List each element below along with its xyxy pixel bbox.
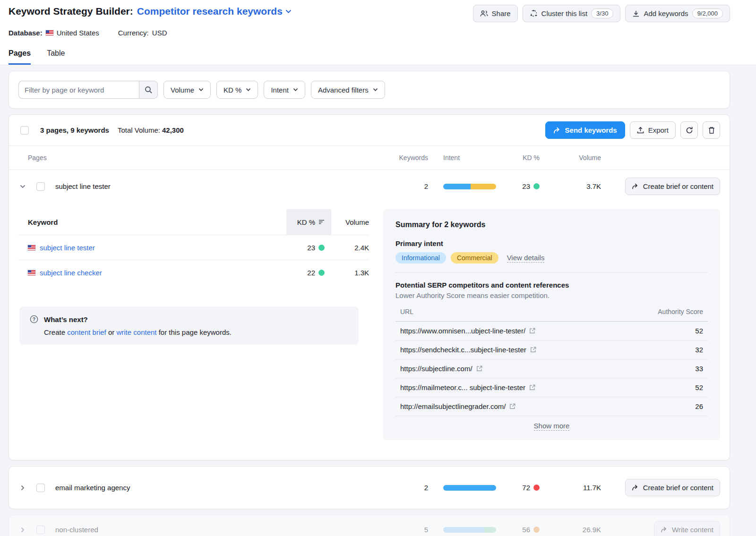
- intent-bar: [443, 485, 496, 491]
- col-keywords: Keywords: [395, 154, 428, 162]
- serp-competitors-title: Potential SERP competitors and content r…: [395, 281, 708, 289]
- send-keywords-button[interactable]: Send keywords: [545, 121, 625, 139]
- competitor-url: https://mailmeteor.c... subject-line-tes…: [400, 383, 525, 391]
- kd-value: 23: [307, 244, 315, 252]
- content-brief-link[interactable]: content brief: [67, 328, 106, 336]
- selection-summary: 3 pages, 9 keywords: [40, 126, 109, 134]
- external-link-icon[interactable]: [509, 403, 515, 409]
- intent-filter-dropdown[interactable]: Intent: [264, 81, 305, 99]
- keyword-link[interactable]: subject line tester: [40, 244, 95, 252]
- chevron-down-icon: [293, 88, 298, 92]
- serp-url-row: https://sendcheckit.c...subject-line-tes…: [395, 340, 708, 359]
- chevron-down-icon: [373, 88, 378, 92]
- serp-url-row: http://emailsubjectlinegrader.com/ 26: [395, 397, 708, 416]
- cluster-list-button[interactable]: Cluster this list 3/30: [523, 5, 621, 22]
- kd-status-dot: [318, 245, 325, 251]
- select-all-checkbox[interactable]: [20, 126, 29, 135]
- competitor-url: https://www.omnisen...ubject-line-tester…: [400, 327, 525, 335]
- kw-col-kd-sorted[interactable]: KD %: [286, 209, 331, 235]
- serp-competitors-subtitle: Lower Authority Score means easier compe…: [395, 291, 708, 299]
- collapse-chevron-icon[interactable]: [18, 182, 27, 191]
- keyword-row: subject line tester 23 2.4K: [18, 235, 369, 260]
- volume-filter-dropdown[interactable]: Volume: [163, 81, 211, 99]
- sort-descending-icon: [318, 220, 325, 224]
- competitor-url: https://subjectline.com/: [400, 365, 472, 373]
- kw-col-keyword: Keyword: [18, 209, 286, 235]
- external-link-icon[interactable]: [476, 366, 482, 372]
- create-brief-button[interactable]: Create brief or content: [625, 178, 720, 195]
- add-keywords-button[interactable]: Add keywords 9/2,000: [625, 5, 730, 22]
- chevron-down-icon: [285, 9, 292, 14]
- pages-table-card: 3 pages, 9 keywords Total Volume:42,300 …: [9, 114, 730, 460]
- refresh-icon: [686, 127, 693, 134]
- serp-url-row: https://mailmeteor.c... subject-line-tes…: [395, 378, 708, 397]
- advanced-filters-label: Advanced filters: [318, 86, 369, 94]
- advanced-filters-dropdown[interactable]: Advanced filters: [311, 81, 385, 99]
- show-more-link[interactable]: Show more: [534, 422, 570, 431]
- kd-value: 56: [522, 526, 530, 534]
- page-row-email-marketing-agency: email marketing agency 2 72 11.7K Create…: [18, 471, 720, 504]
- write-content-link[interactable]: write content: [116, 328, 156, 336]
- page-row-subject-line-tester: subject line tester 2 23 3.7K Create bri…: [9, 170, 730, 203]
- kd-filter-dropdown[interactable]: KD %: [216, 81, 258, 99]
- whats-next-title: What’s next?: [44, 315, 88, 323]
- wn-part2: or: [106, 328, 117, 336]
- question-circle-icon: ?: [30, 315, 38, 323]
- us-flag-icon: [46, 30, 53, 35]
- keyword-link[interactable]: subject line checker: [40, 269, 102, 277]
- volume-value: 3.7K: [559, 182, 601, 190]
- search-button[interactable]: [139, 81, 158, 99]
- volume-value: 2.4K: [331, 244, 369, 252]
- commercial-badge: Commercial: [451, 252, 498, 264]
- row-checkbox[interactable]: [36, 182, 45, 191]
- currency-value: USD: [152, 29, 167, 37]
- cluster-label: Cluster this list: [541, 9, 588, 17]
- kd-value: 72: [522, 484, 530, 492]
- search-input[interactable]: [18, 81, 139, 99]
- kd-status-dot: [533, 183, 540, 189]
- delete-button[interactable]: [703, 121, 720, 139]
- create-brief-button[interactable]: Create brief or content: [625, 479, 720, 496]
- tab-pages[interactable]: Pages: [9, 49, 31, 65]
- view-details-link[interactable]: View details: [507, 254, 545, 263]
- svg-text:?: ?: [33, 316, 35, 322]
- external-link-icon[interactable]: [529, 328, 535, 334]
- create-brief-label: Create brief or content: [643, 182, 713, 190]
- kd-status-dot: [318, 270, 325, 276]
- intent-bar: [443, 527, 496, 533]
- row-checkbox[interactable]: [36, 484, 45, 492]
- send-keywords-label: Send keywords: [565, 126, 617, 134]
- external-link-icon[interactable]: [529, 384, 535, 391]
- external-link-icon[interactable]: [530, 347, 536, 353]
- trash-icon: [708, 127, 715, 134]
- total-volume: Total Volume:42,300: [118, 126, 184, 134]
- page-header: Keyword Strategy Builder: Competitor res…: [0, 0, 756, 65]
- expand-chevron-icon[interactable]: [18, 484, 27, 492]
- us-flag-icon: [28, 245, 35, 250]
- volume-value: 1.3K: [331, 269, 369, 277]
- list-name-dropdown[interactable]: Competitor research keywords: [137, 6, 292, 17]
- write-content-label: Write content: [672, 526, 713, 534]
- write-content-button[interactable]: Write content: [654, 521, 720, 536]
- informational-badge: Informational: [395, 252, 446, 264]
- chevron-down-icon: [198, 88, 204, 92]
- page-row-non-clustered: non-clustered 5 56 26.9K Write content: [18, 516, 720, 536]
- page-name: subject line tester: [55, 182, 395, 190]
- tab-table[interactable]: Table: [47, 49, 65, 65]
- send-arrow-icon: [661, 527, 668, 533]
- database-value: United States: [57, 29, 99, 37]
- authority-score: 52: [695, 383, 703, 391]
- refresh-button[interactable]: [680, 121, 698, 139]
- total-volume-label: Total Volume:: [118, 126, 160, 134]
- chevron-down-icon: [246, 88, 251, 92]
- share-button[interactable]: Share: [473, 5, 518, 22]
- authority-score: 26: [695, 402, 703, 410]
- currency-label: Currency:: [118, 29, 149, 37]
- export-button[interactable]: Export: [630, 121, 676, 139]
- row-checkbox[interactable]: [36, 526, 45, 534]
- intent-filter-label: Intent: [271, 86, 289, 94]
- database-meta: Database: United States: [9, 29, 99, 37]
- us-flag-icon: [28, 270, 35, 275]
- expand-chevron-icon[interactable]: [18, 526, 27, 534]
- cluster-icon: [530, 9, 538, 17]
